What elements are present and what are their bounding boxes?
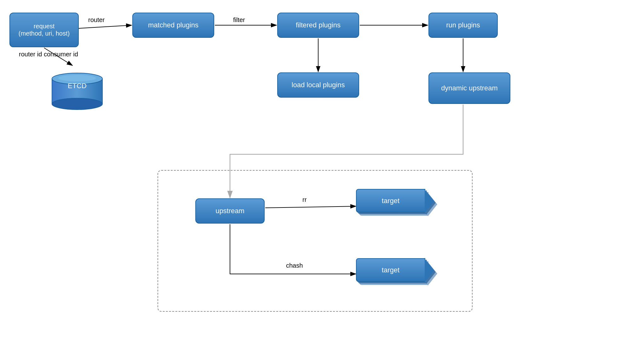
label-filter: filter — [233, 16, 245, 24]
label-router: router — [88, 16, 105, 24]
svg-point-12 — [58, 75, 96, 81]
node-dynamic: dynamic upstream — [428, 72, 510, 104]
svg-point-10 — [52, 98, 102, 110]
svg-line-2 — [79, 25, 132, 28]
diagram-container: router router id consumer id filter rr c… — [0, 0, 620, 364]
target-shape-1: target — [356, 189, 425, 213]
node-load-local: load local plugins — [277, 72, 359, 98]
node-filtered: filtered plugins — [277, 13, 359, 38]
etcd-container: ETCD — [49, 66, 106, 110]
etcd-label: ETCD — [49, 82, 106, 90]
node-matched: matched plugins — [132, 13, 214, 38]
node-request: request (method, uri, host) — [9, 13, 79, 47]
label-router-id: router id consumer id — [19, 50, 78, 59]
node-run: run plugins — [428, 13, 498, 38]
target-shape-2: target — [356, 258, 425, 282]
